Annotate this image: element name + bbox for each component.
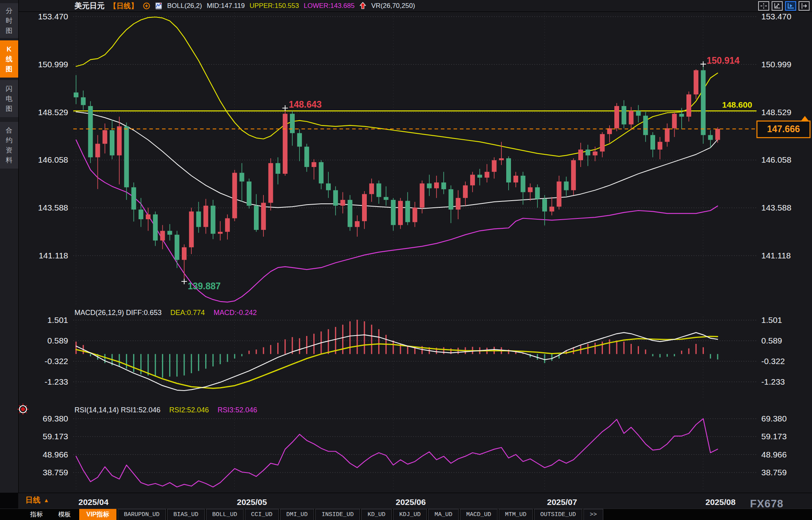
svg-text:MACD(26,12,9) DIFF:0.653DEA:0.: MACD(26,12,9) DIFF:0.653DEA:0.774MACD:-0…	[74, 309, 257, 317]
tab-barupdnud[interactable]: BARUPDN_UD	[118, 509, 166, 520]
svg-text:59.173: 59.173	[761, 432, 787, 441]
sidebar-item-contract-info[interactable]: 合约资料	[0, 122, 18, 169]
annotation-139-887: 139.887	[181, 279, 221, 291]
svg-text:147.666: 147.666	[767, 124, 800, 134]
svg-text:69.380: 69.380	[43, 414, 68, 423]
shift-right-icon[interactable]	[799, 1, 810, 11]
svg-text:69.380: 69.380	[761, 414, 787, 423]
svg-text:141.118: 141.118	[39, 251, 68, 260]
current-price: 147.666	[73, 116, 810, 138]
y-axis-left: 153.470150.999148.529146.058143.588141.1…	[38, 12, 68, 477]
svg-text:59.173: 59.173	[43, 432, 68, 441]
svg-text:-1.233: -1.233	[761, 377, 785, 386]
annotation-150-914: 150.914	[700, 55, 740, 67]
tab-bollud[interactable]: BOLL_UD	[206, 509, 244, 520]
sidebar-item-kline-chart[interactable]: K线图	[0, 40, 18, 78]
tab-cciud[interactable]: CCI_UD	[245, 509, 279, 520]
svg-text:148.600: 148.600	[722, 100, 752, 109]
svg-text:153.470: 153.470	[38, 12, 68, 21]
annotation-148-643: 148.643	[282, 99, 322, 111]
tab-kdjud[interactable]: KDJ_UD	[393, 509, 427, 520]
chart-header: 美元日元 【日线】 BOLL(26,2) MID:147.119 UPPER:1…	[18, 0, 812, 12]
boll-upper-value: UPPER:150.553	[250, 2, 299, 10]
chart-type-sidebar: 分时图 K线图 闪电图 合约资料	[0, 0, 19, 493]
svg-text:143.588: 143.588	[761, 203, 791, 212]
tab-biasud[interactable]: BIAS_UD	[167, 509, 205, 520]
tab-outsideud[interactable]: OUTSIDE_UD	[534, 509, 582, 520]
boll-mid-value: MID:147.119	[207, 2, 245, 10]
tab-mtmud[interactable]: MTM_UD	[499, 509, 533, 520]
svg-text:143.588: 143.588	[38, 203, 68, 212]
tab-[interactable]: 模板	[51, 509, 78, 520]
rsi-header: RSI(14,14,14) RSI1:52.046RSI2:52.046RSI3…	[74, 406, 257, 414]
sidebar-item-time-chart[interactable]: 分时图	[0, 3, 18, 38]
svg-text:38.759: 38.759	[761, 468, 787, 477]
boll-label: BOLL(26,2)	[167, 2, 202, 10]
vr-label: VR(26,70,250)	[371, 2, 415, 10]
svg-text:150.999: 150.999	[38, 60, 68, 69]
svg-text:153.470: 153.470	[761, 12, 791, 21]
svg-text:146.058: 146.058	[38, 155, 68, 164]
alert-bell-icon[interactable]	[17, 403, 29, 417]
play-chart-icon[interactable]	[785, 1, 796, 11]
indicator-tabbar: 指标模板VIP指标BARUPDN_UDBIAS_UDBOLL_UDCCI_UDD…	[0, 509, 812, 520]
svg-text:141.118: 141.118	[761, 251, 791, 260]
svg-text:-0.322: -0.322	[761, 357, 785, 366]
zoom-axes-icon[interactable]	[772, 1, 783, 11]
svg-text:38.759: 38.759	[43, 468, 68, 477]
tab-[interactable]: 指标	[23, 509, 50, 520]
boll-lower-line	[76, 140, 718, 302]
tab-dmiud[interactable]: DMI_UD	[280, 509, 314, 520]
chart-toolbar	[758, 1, 810, 11]
period-tag: 【日线】	[109, 1, 138, 11]
symbol-title: 美元日元	[74, 1, 105, 11]
tab-macdud[interactable]: MACD_UD	[460, 509, 497, 520]
trading-app: 148.600147.666150.914148.643139.887MACD(…	[0, 0, 812, 520]
svg-text:150.999: 150.999	[761, 60, 791, 69]
up-arrow-icon	[359, 2, 366, 10]
svg-text:148.529: 148.529	[761, 108, 791, 117]
svg-text:48.966: 48.966	[761, 450, 787, 459]
tab-insideud[interactable]: INSIDE_UD	[315, 509, 360, 520]
add-indicator-icon[interactable]	[143, 2, 151, 10]
triangle-up-icon: ▲	[44, 497, 49, 503]
svg-text:148.643: 148.643	[289, 99, 322, 110]
svg-text:RSI(14,14,14) RSI1:52.046RSI2:: RSI(14,14,14) RSI1:52.046RSI2:52.046RSI3…	[74, 406, 257, 414]
alert-price-line: 148.600	[73, 100, 757, 111]
svg-text:0.589: 0.589	[761, 336, 782, 345]
tab-vip[interactable]: VIP指标	[79, 509, 116, 520]
svg-text:-0.322: -0.322	[44, 357, 68, 366]
chart-canvas: 148.600147.666150.914148.643139.887MACD(…	[0, 0, 812, 520]
macd-histogram	[76, 320, 718, 378]
x-axis-row	[18, 493, 812, 509]
rsi-line	[76, 419, 718, 487]
svg-text:-1.233: -1.233	[44, 377, 68, 386]
boll-upper-line	[76, 17, 718, 156]
svg-text:48.966: 48.966	[43, 450, 68, 459]
period-selector[interactable]: 日线 ▲	[25, 495, 49, 505]
svg-text:139.887: 139.887	[188, 281, 221, 291]
svg-text:1.501: 1.501	[761, 315, 782, 325]
svg-text:1.501: 1.501	[47, 315, 68, 325]
crosshair-icon[interactable]	[758, 1, 769, 11]
svg-text:146.058: 146.058	[761, 155, 791, 164]
current-price-box: 147.666	[757, 121, 810, 138]
svg-text:148.529: 148.529	[38, 108, 68, 117]
macd-header: MACD(26,12,9) DIFF:0.653DEA:0.774MACD:-0…	[74, 309, 257, 317]
svg-text:150.914: 150.914	[707, 55, 740, 66]
dea-line	[76, 336, 718, 388]
boll-lower-value: LOWER:143.685	[304, 2, 355, 10]
sidebar-item-flash-chart[interactable]: 闪电图	[0, 80, 18, 117]
tab-maud[interactable]: MA_UD	[428, 509, 459, 520]
candles	[74, 66, 720, 279]
svg-text:0.589: 0.589	[47, 336, 68, 345]
y-axis-right: 153.470150.999148.529146.058143.588141.1…	[761, 12, 791, 477]
mini-chart-icon[interactable]	[155, 2, 162, 10]
tab-kdud[interactable]: KD_UD	[361, 509, 392, 520]
tab-[interactable]: >>	[583, 509, 603, 520]
